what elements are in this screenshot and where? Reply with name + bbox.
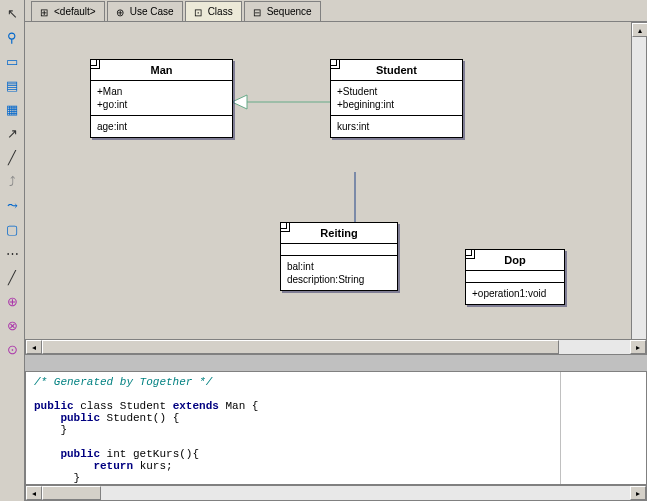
scroll-track[interactable] [42, 486, 630, 500]
code-side-panel [561, 372, 646, 484]
tab-label: Sequence [267, 6, 312, 17]
scroll-track[interactable] [42, 340, 630, 354]
code-editor[interactable]: /* Generated by Together */ public class… [26, 372, 561, 484]
scroll-track[interactable] [632, 37, 646, 340]
code-hscroll[interactable]: ◂ ▸ [25, 485, 647, 501]
diagram-hscroll[interactable]: ◂ ▸ [25, 339, 647, 355]
fold-icon [465, 249, 475, 259]
class-name: Man [91, 60, 232, 81]
class-icon: ⊡ [194, 7, 204, 17]
scroll-left-icon[interactable]: ◂ [26, 486, 42, 500]
class-name: Dop [466, 250, 564, 271]
fold-icon [280, 222, 290, 232]
class-name: Student [331, 60, 462, 81]
diagram-canvas[interactable]: Man +Man +go:int age:int Student +Studen… [25, 22, 647, 355]
note-tool-icon[interactable]: ▢ [3, 220, 21, 238]
tool-palette: ↖ ⚲ ▭ ▤ ▦ ↗ ╱ ⤴ ⤳ ▢ ⋯ ╱ ⊕ ⊗ ⊙ [0, 0, 25, 501]
class-attributes: age:int [91, 116, 232, 137]
class-dop[interactable]: Dop +operation1:void [465, 249, 565, 305]
diagram-icon: ⊞ [40, 7, 50, 17]
tab-class[interactable]: ⊡Class [185, 1, 242, 21]
association-tool-icon[interactable]: ╱ [3, 148, 21, 166]
sequence-icon: ⊟ [253, 7, 263, 17]
class-name: Reiting [281, 223, 397, 244]
tab-label: Use Case [130, 6, 174, 17]
usecase-icon: ⊕ [116, 7, 126, 17]
tab-usecase[interactable]: ⊕Use Case [107, 1, 183, 21]
package-tool-icon[interactable]: ▦ [3, 100, 21, 118]
class-reiting[interactable]: Reiting bal:int description:String [280, 222, 398, 291]
generalization-tool-icon[interactable]: ↗ [3, 124, 21, 142]
class-attributes: kurs:int [331, 116, 462, 137]
scroll-right-icon[interactable]: ▸ [630, 486, 646, 500]
diagram-tabs: ⊞<default> ⊕Use Case ⊡Class ⊟Sequence [25, 0, 647, 22]
dependency-tool-icon[interactable]: ⤴ [3, 172, 21, 190]
zoom-tool-icon[interactable]: ⚲ [3, 28, 21, 46]
class-operations [281, 244, 397, 256]
pointer-tool-icon[interactable]: ↖ [3, 4, 21, 22]
fold-icon [330, 59, 340, 69]
class-operations: +Man +go:int [91, 81, 232, 116]
class-attributes: bal:int description:String [281, 256, 397, 290]
object-tool-icon[interactable]: ⊕ [3, 292, 21, 310]
svg-marker-1 [232, 95, 247, 109]
scroll-right-icon[interactable]: ▸ [630, 340, 646, 354]
fold-icon [90, 59, 100, 69]
tab-label: Class [208, 6, 233, 17]
interface-tool-icon[interactable]: ▤ [3, 76, 21, 94]
class-student[interactable]: Student +Student +begining:int kurs:int [330, 59, 463, 138]
component-tool-icon[interactable]: ⊗ [3, 316, 21, 334]
code-editor-pane: /* Generated by Together */ public class… [25, 371, 647, 485]
scroll-left-icon[interactable]: ◂ [26, 340, 42, 354]
tab-sequence[interactable]: ⊟Sequence [244, 1, 321, 21]
class-tool-icon[interactable]: ▭ [3, 52, 21, 70]
class-man[interactable]: Man +Man +go:int age:int [90, 59, 233, 138]
realization-tool-icon[interactable]: ⤳ [3, 196, 21, 214]
more-tool-icon[interactable]: ╱ [3, 268, 21, 286]
scroll-up-icon[interactable]: ▴ [632, 23, 647, 37]
class-attributes [466, 271, 564, 283]
anchor-tool-icon[interactable]: ⋯ [3, 244, 21, 262]
class-operations: +Student +begining:int [331, 81, 462, 116]
class-operations: +operation1:void [466, 283, 564, 304]
tab-default[interactable]: ⊞<default> [31, 1, 105, 21]
node-tool-icon[interactable]: ⊙ [3, 340, 21, 358]
diagram-vscroll[interactable]: ▴ ▾ [631, 22, 647, 355]
tab-label: <default> [54, 6, 96, 17]
